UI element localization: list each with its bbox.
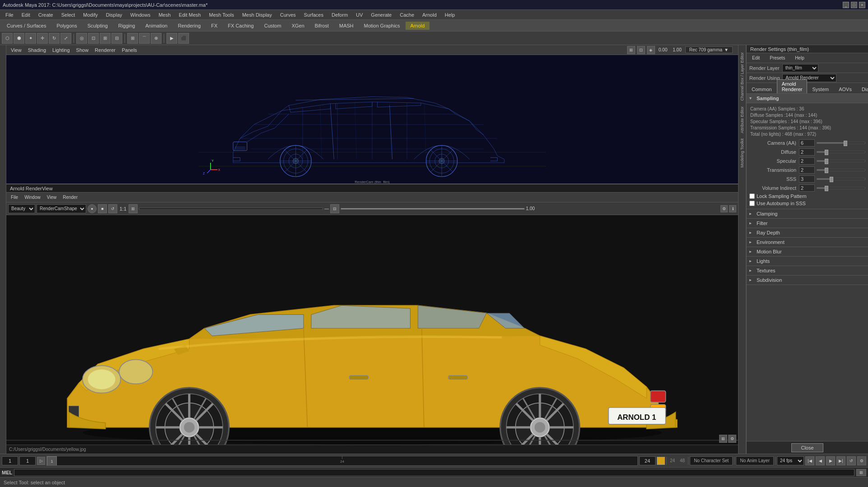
ray-depth-section[interactable]: ▸ Ray Depth (747, 228, 868, 238)
viewport-menu-show[interactable]: Show (74, 47, 92, 53)
timeline-key-btn[interactable]: ▷ (37, 457, 45, 465)
timeline-current-frame[interactable] (19, 456, 36, 465)
rs-layer-dropdown[interactable]: thin_film (782, 64, 818, 72)
menu-file[interactable]: File (2, 11, 17, 18)
vert-tab-channel-box[interactable]: Channel Box / Layer Editor (739, 50, 745, 104)
color-profile-dropdown[interactable]: Rec 709 gamma ▼ (685, 46, 733, 53)
rv-btn-frame[interactable]: ⊞ (129, 204, 138, 213)
rs-menu-presets[interactable]: Presets (767, 55, 788, 61)
menu-edit[interactable]: Edit (18, 11, 34, 18)
vert-tab-attribute-editor[interactable]: Attribute Editor (739, 104, 745, 136)
vert-tab-modeling-toolkit[interactable]: Modeling Toolkit (739, 136, 745, 170)
param-input-transmission[interactable] (799, 166, 815, 174)
tool-snap-grid[interactable]: ⊞ (127, 33, 138, 44)
playback-play[interactable]: ▶ (826, 456, 835, 465)
module-rigging[interactable]: Rigging (113, 22, 140, 30)
rs-menu-edit[interactable]: Edit (749, 55, 762, 61)
param-slider-transmission[interactable] (817, 169, 865, 171)
tool-weld[interactable]: ⊟ (111, 33, 122, 44)
module-fx-caching[interactable]: FX Caching (223, 22, 259, 30)
playback-next-frame[interactable]: ▶| (836, 456, 845, 465)
playback-prev-frame[interactable]: ◀ (816, 456, 825, 465)
rv-menu-view[interactable]: View (44, 194, 60, 200)
viewport-menu-lighting[interactable]: Lighting (50, 47, 73, 53)
filter-section[interactable]: ▸ Filter (747, 219, 868, 228)
param-input-specular[interactable] (799, 157, 815, 165)
menu-mesh[interactable]: Mesh (155, 11, 174, 18)
module-bifrost[interactable]: Bifrost (310, 22, 334, 30)
param-slider-volume-indirect[interactable] (817, 187, 865, 189)
module-polygons[interactable]: Polygons (51, 22, 82, 30)
environment-section[interactable]: ▸ Environment (747, 238, 868, 247)
module-mash[interactable]: MASH (334, 22, 359, 30)
rv-btn-settings[interactable]: ⚙ (720, 205, 728, 212)
module-curves-surfaces[interactable]: Curves / Surfaces (2, 22, 51, 30)
rv-slider-right[interactable] (341, 208, 525, 210)
playback-prev-key[interactable]: |◀ (805, 456, 814, 465)
vp-icon-2[interactable]: ⊡ (637, 46, 645, 54)
rs-tab-system[interactable]: System (807, 85, 834, 93)
tool-lasso[interactable]: ⬢ (14, 33, 24, 44)
tool-scale[interactable]: ⤢ (60, 33, 71, 44)
menu-help[interactable]: Help (441, 11, 459, 18)
menu-modify[interactable]: Modify (79, 11, 101, 18)
menu-select[interactable]: Select (58, 11, 79, 18)
timeline-slider[interactable]: 24 1 (46, 456, 638, 466)
rv-menu-render[interactable]: Render (60, 194, 80, 200)
tool-move[interactable]: ✛ (37, 33, 48, 44)
rv-slider-left[interactable] (139, 208, 323, 210)
menu-windows[interactable]: Windows (127, 11, 154, 18)
tool-snap-curve[interactable]: ⌒ (139, 33, 150, 44)
clamping-section[interactable]: ▸ Clamping (747, 209, 868, 219)
no-char-set-button[interactable]: No Character Set (690, 456, 733, 465)
rs-close-button[interactable]: Close (791, 443, 823, 452)
menu-uv[interactable]: UV (352, 11, 366, 18)
menu-arnold[interactable]: Arnold (419, 11, 440, 18)
menu-curves[interactable]: Curves (277, 11, 300, 18)
menu-cache[interactable]: Cache (396, 11, 418, 18)
window-controls[interactable]: _ □ × (843, 2, 865, 8)
tool-render[interactable]: ▶ (166, 33, 177, 44)
wireframe-viewport[interactable]: X Y Z RenderCam (thin_film) (6, 55, 738, 184)
rv-btn-range[interactable]: ⊟ (330, 204, 339, 213)
motion-blur-section[interactable]: ▸ Motion Blur (747, 247, 868, 257)
rs-tab-aovs[interactable]: AOVs (834, 85, 857, 93)
camera-dropdown[interactable]: RenderCamShape (37, 204, 86, 213)
tool-rotate[interactable]: ↻ (49, 33, 60, 44)
menu-edit-mesh[interactable]: Edit Mesh (175, 11, 204, 18)
sampling-section-header[interactable]: ▾ Sampling (747, 94, 868, 103)
param-input-diffuse[interactable] (799, 148, 815, 156)
param-input-camera-aa[interactable] (799, 139, 815, 147)
module-fx[interactable]: FX (206, 22, 222, 30)
menu-display[interactable]: Display (102, 11, 126, 18)
tool-cage[interactable]: ⊡ (88, 33, 99, 44)
param-slider-specular[interactable] (817, 160, 865, 162)
rs-tab-arnold[interactable]: Arnold Renderer (777, 79, 808, 93)
param-input-volume-indirect[interactable] (799, 184, 815, 192)
tool-smooth[interactable]: ◎ (76, 33, 87, 44)
rs-menu-help[interactable]: Help (792, 55, 807, 61)
rv-btn-refresh[interactable]: ↺ (108, 204, 117, 213)
rv-btn-stop[interactable]: ■ (98, 204, 107, 213)
no-anim-layer-button[interactable]: No Anim Layer (736, 456, 774, 465)
module-animation[interactable]: Animation (140, 22, 172, 30)
module-xgen[interactable]: XGen (286, 22, 309, 30)
param-slider-sss[interactable] (817, 178, 865, 180)
rv-btn-info[interactable]: ℹ (729, 205, 736, 212)
tool-snap-point[interactable]: ⊕ (151, 33, 162, 44)
vp-icon-1[interactable]: ⊞ (627, 46, 635, 54)
close-button[interactable]: × (859, 2, 865, 8)
rv-bottom-btn-2[interactable]: ⚙ (728, 435, 736, 443)
param-slider-diffuse[interactable] (817, 151, 865, 153)
mel-input[interactable] (14, 469, 854, 476)
lights-section[interactable]: ▸ Lights (747, 257, 868, 266)
menu-mesh-tools[interactable]: Mesh Tools (205, 11, 237, 18)
mel-cmd-btn[interactable]: ⊞ (856, 469, 866, 476)
rs-tab-diagnostics[interactable]: Diagnostics (857, 85, 868, 93)
subdivision-section[interactable]: ▸ Subdivision (747, 276, 868, 285)
viewport-menu-panels[interactable]: Panels (119, 47, 140, 53)
tool-mirror[interactable]: ⊞ (100, 33, 111, 44)
rs-tab-common[interactable]: Common (747, 85, 777, 93)
timeline-start-input[interactable] (2, 456, 18, 465)
viewport-menu-shading[interactable]: Shading (25, 47, 49, 53)
